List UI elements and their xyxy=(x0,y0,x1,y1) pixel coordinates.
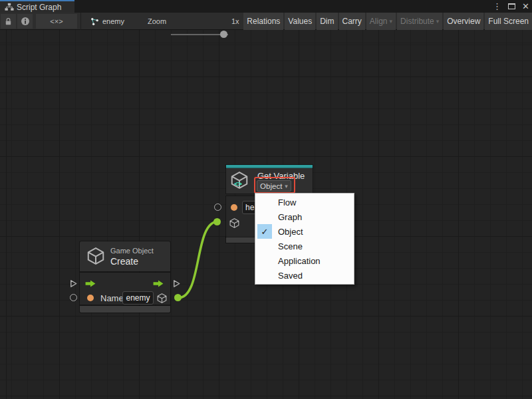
info-icon xyxy=(21,17,30,26)
name-input-port[interactable] xyxy=(87,295,94,301)
value-input-port[interactable] xyxy=(70,294,77,301)
zoom-label: Zoom xyxy=(148,17,166,25)
game-object-output-cube-icon xyxy=(156,293,168,304)
flow-out-arrow-icon[interactable] xyxy=(152,279,165,288)
toolbar-right-buttons: Relations Values Dim Carry Align ▾ Distr… xyxy=(243,13,532,30)
overview-button[interactable]: Overview xyxy=(444,13,483,30)
tab-bar: Script Graph ⋮ ✕ xyxy=(0,0,532,13)
game-object-cube-icon xyxy=(86,246,106,266)
carry-button[interactable]: Carry xyxy=(339,13,365,30)
value-input-port[interactable] xyxy=(214,203,221,211)
object-target-cube-icon xyxy=(229,217,240,229)
chevron-down-icon: ▾ xyxy=(436,18,440,25)
checkmark-icon: ✓ xyxy=(257,224,272,239)
relations-button[interactable]: Relations xyxy=(243,13,283,30)
create-header[interactable]: Game Object Create xyxy=(80,241,170,271)
object-input-port-connected[interactable] xyxy=(213,218,221,225)
flow-input-port[interactable] xyxy=(68,279,78,289)
object-output-port-connected[interactable] xyxy=(174,294,182,301)
variable-code-glyph: <> xyxy=(234,180,242,188)
graph-network-icon xyxy=(90,17,99,26)
align-button[interactable]: Align ▾ xyxy=(366,13,396,30)
distribute-button[interactable]: Distribute ▾ xyxy=(397,13,442,30)
graph-name: enemy xyxy=(102,17,124,25)
name-value-field[interactable] xyxy=(122,291,154,305)
menu-item-graph[interactable]: Graph xyxy=(255,209,354,224)
window-menu-icon[interactable]: ⋮ xyxy=(493,2,501,11)
menu-item-flow[interactable]: Flow xyxy=(255,195,354,209)
graph-breadcrumb[interactable]: enemy xyxy=(90,13,124,30)
menu-item-object[interactable]: ✓ Object xyxy=(255,224,354,239)
code-toggle-button[interactable]: <×> xyxy=(36,14,77,29)
lock-icon xyxy=(4,17,13,26)
selection-highlight xyxy=(254,177,295,194)
tab-script-graph[interactable]: Script Graph xyxy=(0,0,74,13)
scope-context-menu: Flow Graph ✓ Object Scene Application Sa… xyxy=(255,193,354,285)
flow-output-port[interactable] xyxy=(172,279,182,289)
toolbar-divider xyxy=(80,13,81,30)
flow-in-arrow-icon[interactable] xyxy=(84,279,97,288)
dim-button[interactable]: Dim xyxy=(317,13,337,30)
chevron-down-icon: ▾ xyxy=(390,18,393,25)
script-graph-window: Script Graph ⋮ ✕ <×> xyxy=(0,0,532,399)
zoom-slider-knob[interactable] xyxy=(220,31,227,38)
zoom-value: 1x xyxy=(231,17,239,25)
info-button[interactable] xyxy=(17,14,33,29)
menu-item-application[interactable]: Application xyxy=(255,253,354,268)
node-category: Game Object xyxy=(110,247,154,255)
close-icon[interactable]: ✕ xyxy=(522,2,529,11)
menu-item-scene[interactable]: Scene xyxy=(255,239,354,253)
graph-tree-icon xyxy=(5,3,14,11)
create-body: Name xyxy=(80,273,170,305)
create-footer xyxy=(80,306,170,313)
maximize-icon[interactable] xyxy=(508,3,515,9)
name-input-port[interactable] xyxy=(231,204,237,211)
menu-item-saved[interactable]: Saved xyxy=(255,268,354,283)
full-screen-button[interactable]: Full Screen xyxy=(485,13,532,30)
node-title: Create xyxy=(110,256,138,267)
tab-title: Script Graph xyxy=(17,3,61,12)
code-icon: <×> xyxy=(50,17,63,25)
lock-button[interactable] xyxy=(1,14,16,29)
name-port-label: Name xyxy=(100,293,124,303)
values-button[interactable]: Values xyxy=(285,13,315,30)
